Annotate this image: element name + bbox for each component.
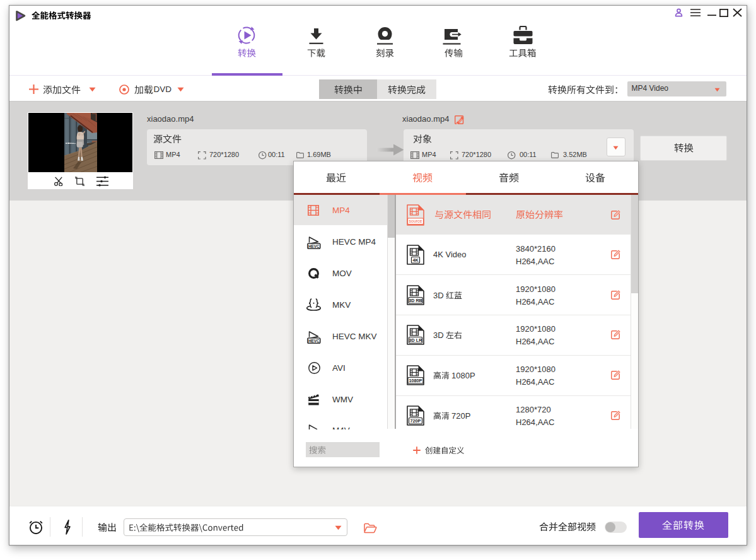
svg-text:3D LR: 3D LR <box>409 337 423 343</box>
svg-text:4K: 4K <box>412 257 419 263</box>
svg-text:3D RB: 3D RB <box>409 298 422 303</box>
svg-text:HEVC: HEVC <box>308 244 320 248</box>
svg-text:source: source <box>409 219 422 223</box>
svg-text:1080P: 1080P <box>409 378 422 383</box>
svg-text:720P: 720P <box>410 418 421 424</box>
svg-text:HEVC: HEVC <box>308 339 320 343</box>
